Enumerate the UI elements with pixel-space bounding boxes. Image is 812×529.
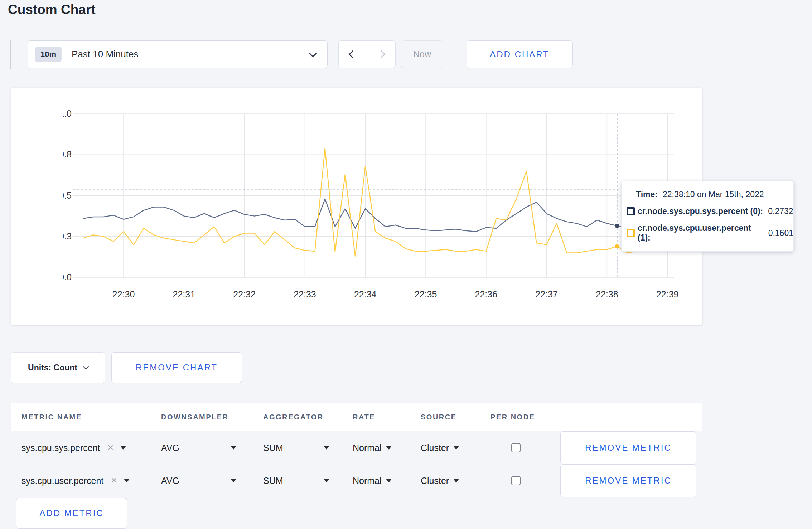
aggregator-select[interactable]: SUM — [263, 443, 329, 453]
tooltip-time-row: Time:22:38:10 on Mar 15th, 2022 — [636, 190, 793, 199]
caret-down-icon — [453, 446, 459, 450]
chart-hover-tooltip: Time:22:38:10 on Mar 15th, 2022 cr.node.… — [621, 181, 794, 252]
tooltip-series-value: 0.1601 — [768, 228, 793, 238]
custom-chart-page: Custom Chart 10m Past 10 Minutes Now ADD… — [0, 0, 812, 529]
chevron-right-icon — [377, 50, 385, 58]
svg-text:22:36: 22:36 — [475, 289, 498, 299]
column-header-per-node: PER NODE — [490, 413, 553, 421]
column-header-source: SOURCE — [421, 413, 490, 421]
cpu-usage-chart[interactable]: 0.00.30.50.81.022:3022:3122:3222:3322:34… — [63, 98, 686, 306]
close-icon[interactable]: ✕ — [107, 443, 114, 452]
tooltip-series-name: cr.node.sys.cpu.sys.percent (0): — [638, 207, 763, 216]
source-value: Cluster — [421, 476, 449, 486]
series-user-color-swatch — [627, 229, 635, 237]
source-select[interactable]: Cluster — [421, 443, 490, 453]
rate-select[interactable]: Normal — [353, 476, 421, 486]
caret-down-icon — [324, 446, 329, 450]
svg-text:22:33: 22:33 — [294, 289, 316, 299]
column-header-metric-name: METRIC NAME — [21, 413, 161, 421]
units-label: Units: Count — [28, 363, 77, 373]
caret-down-icon — [453, 479, 459, 482]
svg-text:0.0: 0.0 — [63, 272, 72, 282]
svg-text:22:30: 22:30 — [112, 289, 135, 299]
time-range-badge: 10m — [35, 47, 62, 62]
rate-select[interactable]: Normal — [353, 443, 421, 453]
metric-name-value: sys.cpu.sys.percent — [21, 443, 100, 453]
caret-down-icon — [386, 446, 392, 450]
svg-text:0.8: 0.8 — [63, 149, 72, 159]
svg-text:22:34: 22:34 — [354, 289, 377, 299]
per-node-checkbox[interactable] — [511, 476, 521, 485]
chevron-left-icon — [349, 50, 357, 58]
toolbar-divider — [10, 40, 11, 69]
series-sys-color-swatch — [627, 207, 635, 215]
tooltip-time-value: 22:38:10 on Mar 15th, 2022 — [663, 190, 764, 199]
downsampler-select[interactable]: AVG — [161, 443, 236, 453]
column-header-downsampler: DOWNSAMPLER — [161, 413, 263, 421]
tooltip-series-row: cr.node.sys.cpu.user.percent (1): 0.1601 — [627, 223, 793, 243]
metric-row: sys.cpu.user.percent ✕ AVG SUM Normal Cl… — [11, 464, 702, 497]
svg-text:22:38: 22:38 — [596, 289, 618, 299]
caret-down-icon — [386, 479, 392, 482]
caret-down-icon — [231, 446, 236, 450]
aggregator-value: SUM — [263, 476, 283, 486]
close-icon[interactable]: ✕ — [111, 476, 117, 485]
tooltip-series-value: 0.2732 — [768, 207, 793, 216]
rate-value: Normal — [353, 476, 382, 486]
tooltip-series-row: cr.node.sys.cpu.sys.percent (0): 0.2732 — [627, 207, 793, 216]
svg-text:22:31: 22:31 — [173, 289, 195, 299]
aggregator-value: SUM — [263, 443, 283, 453]
source-select[interactable]: Cluster — [421, 476, 490, 486]
column-header-rate: RATE — [353, 413, 421, 421]
remove-metric-button[interactable]: REMOVE METRIC — [560, 464, 696, 497]
caret-down-icon — [324, 479, 329, 482]
svg-text:22:39: 22:39 — [656, 289, 679, 299]
tooltip-series-name: cr.node.sys.cpu.user.percent (1): — [638, 223, 763, 243]
svg-text:1.0: 1.0 — [63, 108, 72, 118]
column-header-aggregator: AGGREGATOR — [263, 413, 353, 421]
remove-metric-button[interactable]: REMOVE METRIC — [560, 431, 696, 464]
aggregator-select[interactable]: SUM — [263, 476, 329, 486]
svg-text:0.5: 0.5 — [63, 190, 72, 200]
page-title: Custom Chart — [8, 2, 96, 17]
metric-row: sys.cpu.sys.percent ✕ AVG SUM Normal Clu… — [11, 431, 702, 464]
metrics-table-header: METRIC NAME DOWNSAMPLER AGGREGATOR RATE … — [11, 403, 702, 431]
prev-range-button[interactable] — [338, 40, 367, 68]
svg-text:22:37: 22:37 — [535, 289, 558, 299]
remove-chart-button[interactable]: REMOVE CHART — [111, 352, 242, 383]
svg-text:0.3: 0.3 — [63, 231, 72, 241]
downsampler-value: AVG — [161, 443, 179, 453]
rate-value: Normal — [353, 443, 382, 453]
next-range-button[interactable] — [367, 40, 396, 68]
time-nav-arrows — [338, 40, 396, 68]
tooltip-time-label: Time: — [636, 190, 658, 199]
time-range-label: Past 10 Minutes — [72, 49, 138, 60]
downsampler-value: AVG — [161, 476, 179, 486]
caret-down-icon — [120, 446, 126, 450]
add-metric-button[interactable]: ADD METRIC — [16, 498, 127, 529]
caret-down-icon — [124, 479, 130, 482]
metric-name-select[interactable]: sys.cpu.user.percent ✕ — [21, 476, 161, 486]
downsampler-select[interactable]: AVG — [161, 476, 236, 486]
add-chart-button[interactable]: ADD CHART — [467, 40, 573, 68]
chevron-down-icon — [83, 364, 89, 370]
metric-name-value: sys.cpu.user.percent — [21, 476, 103, 486]
metric-name-select[interactable]: sys.cpu.sys.percent ✕ — [21, 443, 161, 453]
chevron-down-icon — [309, 49, 317, 58]
svg-text:22:35: 22:35 — [415, 289, 437, 299]
now-button[interactable]: Now — [401, 40, 443, 68]
source-value: Cluster — [421, 443, 449, 453]
caret-down-icon — [231, 479, 236, 482]
per-node-checkbox[interactable] — [511, 443, 521, 452]
svg-text:22:32: 22:32 — [233, 289, 256, 299]
units-select[interactable]: Units: Count — [11, 352, 105, 383]
time-range-select[interactable]: 10m Past 10 Minutes — [28, 40, 328, 68]
